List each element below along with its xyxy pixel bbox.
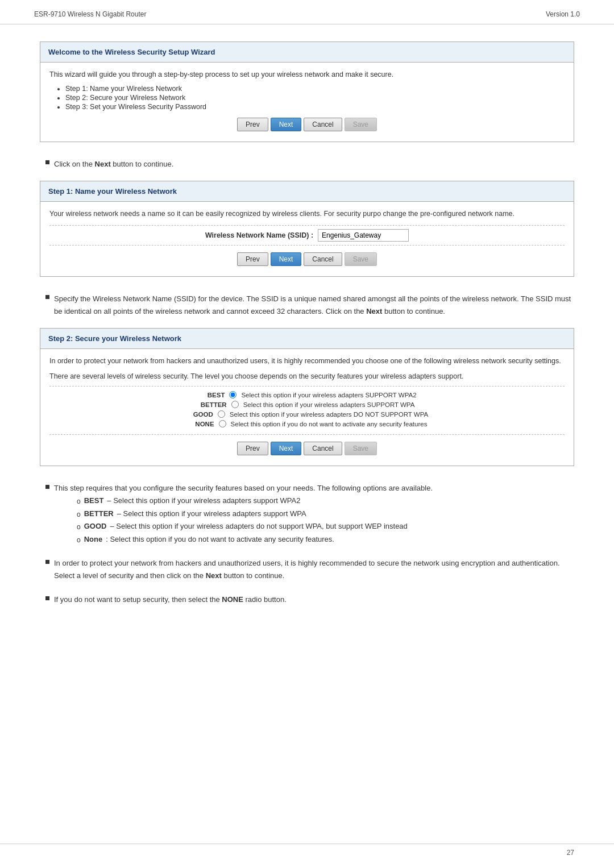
none-desc: Select this option if you do not want to… bbox=[231, 421, 428, 427]
wizard3-body: In order to protect your network from ha… bbox=[40, 349, 574, 466]
bullet2-section: Specify the Wireless Network Name (SSID)… bbox=[40, 287, 574, 328]
sub-bullet-better: BETTER – Select this option if your wire… bbox=[77, 508, 433, 520]
wizard1-next-button[interactable]: Next bbox=[271, 118, 302, 131]
wizard-box-1: Welcome to the Wireless Security Setup W… bbox=[40, 41, 574, 142]
ssid-input[interactable] bbox=[318, 229, 409, 242]
wizard2-next-button[interactable]: Next bbox=[271, 252, 302, 266]
wizard3-next-button[interactable]: Next bbox=[271, 442, 302, 455]
bullet2-icon bbox=[45, 295, 49, 299]
wizard-box-3: Step 2: Secure your Wireless Network In … bbox=[40, 328, 574, 467]
sub-bullet-none-bold: None bbox=[84, 533, 103, 546]
bullet3-icon bbox=[45, 485, 49, 489]
better-radio[interactable] bbox=[231, 401, 239, 408]
wizard1-save-button: Save bbox=[345, 118, 377, 131]
wizard1-body: This wizard will guide you through a ste… bbox=[40, 63, 574, 142]
bullet3-intro: This step requires that you configure th… bbox=[54, 484, 433, 492]
sub-bullet-none-text: : Select this option if you do not want … bbox=[106, 533, 334, 546]
bullet5-icon bbox=[45, 596, 49, 600]
wizard1-intro: This wizard will guide you through a ste… bbox=[49, 69, 565, 80]
sub-bullet-good-text: – Select this option if your wireless ad… bbox=[110, 520, 407, 533]
wizard3-desc2: There are several levels of wireless sec… bbox=[49, 371, 565, 382]
best-radio[interactable] bbox=[229, 391, 237, 398]
security-option-best: BEST Select this option if your wireless… bbox=[49, 391, 565, 398]
bullet2-text: Specify the Wireless Network Name (SSID)… bbox=[54, 293, 574, 318]
bullet5-text: If you do not want to setup security, th… bbox=[54, 593, 287, 606]
good-label: GOOD bbox=[186, 411, 213, 418]
bullet4-text: In order to protect your network from ha… bbox=[54, 557, 574, 582]
bullet1-section: Click on the Next button to continue. bbox=[40, 152, 574, 181]
wizard1-prev-button[interactable]: Prev bbox=[237, 118, 268, 131]
wizard2-cancel-button[interactable]: Cancel bbox=[304, 252, 342, 266]
wizard3-button-row: Prev Next Cancel Save bbox=[49, 442, 565, 458]
bullet1-text: Click on the Next button to continue. bbox=[54, 158, 173, 171]
page-footer: 27 bbox=[0, 844, 614, 857]
sub-bullet-best-text: – Select this option if your wireless ad… bbox=[107, 495, 300, 507]
wizard2-prev-button[interactable]: Prev bbox=[237, 252, 268, 266]
wizard-box-2: Step 1: Name your Wireless Network Your … bbox=[40, 181, 574, 277]
wizard2-save-button: Save bbox=[345, 252, 377, 266]
wizard1-step2: Step 2: Secure your Wireless Network bbox=[65, 94, 565, 102]
better-desc: Select this option if your wireless adap… bbox=[243, 401, 415, 408]
sub-bullet-none: None: Select this option if you do not w… bbox=[77, 533, 433, 546]
bullet3-item: This step requires that you configure th… bbox=[45, 482, 574, 546]
best-desc: Select this option if your wireless adap… bbox=[241, 392, 416, 398]
bullet5-item: If you do not want to setup security, th… bbox=[45, 593, 574, 606]
sub-bullet-best: BEST – Select this option if your wirele… bbox=[77, 495, 433, 507]
sub-bullet-good: GOOD – Select this option if your wirele… bbox=[77, 520, 433, 533]
security-option-none: NONE Select this option if you do not wa… bbox=[49, 420, 565, 427]
header-left: ESR-9710 Wireless N Gigabit Router bbox=[34, 10, 146, 18]
bullet4-icon bbox=[45, 560, 49, 564]
bullet3-sub-list: BEST – Select this option if your wirele… bbox=[77, 495, 433, 546]
sub-bullet-good-bold: GOOD bbox=[84, 520, 107, 533]
wizard2-form-row: Wireless Network Name (SSID) : bbox=[49, 225, 565, 246]
main-content: Welcome to the Wireless Security Setup W… bbox=[0, 24, 614, 650]
wizard3-save-button: Save bbox=[345, 442, 377, 455]
page-header: ESR-9710 Wireless N Gigabit Router Versi… bbox=[0, 0, 614, 24]
wizard3-desc1: In order to protect your network from ha… bbox=[49, 356, 565, 367]
bullet3-content: This step requires that you configure th… bbox=[54, 482, 433, 546]
best-label: BEST bbox=[197, 392, 225, 398]
wizard2-body: Your wireless network needs a name so it… bbox=[40, 202, 574, 276]
bullet4-section: In order to protect your network from ha… bbox=[40, 556, 574, 592]
wizard1-step1: Step 1: Name your Wireless Network bbox=[65, 85, 565, 93]
wizard1-button-row: Prev Next Cancel Save bbox=[49, 118, 565, 134]
none-label: NONE bbox=[187, 421, 214, 427]
sub-bullet-better-bold: BETTER bbox=[84, 508, 114, 520]
header-right: Version 1.0 bbox=[546, 10, 580, 18]
wizard3-cancel-button[interactable]: Cancel bbox=[304, 442, 342, 455]
wizard3-prev-button[interactable]: Prev bbox=[237, 442, 268, 455]
wizard1-title: Welcome to the Wireless Security Setup W… bbox=[40, 42, 574, 63]
bullet3-section: This step requires that you configure th… bbox=[40, 476, 574, 556]
good-desc: Select this option if your wireless adap… bbox=[230, 411, 428, 418]
none-radio[interactable] bbox=[219, 420, 226, 427]
wizard1-steps: Step 1: Name your Wireless Network Step … bbox=[65, 85, 565, 111]
wizard2-button-row: Prev Next Cancel Save bbox=[49, 252, 565, 268]
footer-right: 27 bbox=[567, 849, 574, 857]
ssid-label: Wireless Network Name (SSID) : bbox=[205, 231, 313, 239]
wizard2-desc: Your wireless network needs a name so it… bbox=[49, 209, 565, 219]
security-option-good: GOOD Select this option if your wireless… bbox=[49, 410, 565, 418]
wizard3-title: Step 2: Secure your Wireless Network bbox=[40, 329, 574, 349]
wizard1-step3: Step 3: Set your Wireless Security Passw… bbox=[65, 103, 565, 111]
security-options: BEST Select this option if your wireless… bbox=[49, 386, 565, 435]
sub-bullet-best-bold: BEST bbox=[84, 495, 104, 507]
bullet2-item: Specify the Wireless Network Name (SSID)… bbox=[45, 293, 574, 318]
bullet4-item: In order to protect your network from ha… bbox=[45, 557, 574, 582]
good-radio[interactable] bbox=[218, 410, 225, 418]
wizard1-cancel-button[interactable]: Cancel bbox=[304, 118, 342, 131]
security-option-better: BETTER Select this option if your wirele… bbox=[49, 401, 565, 408]
bullet1-item: Click on the Next button to continue. bbox=[45, 158, 574, 171]
better-label: BETTER bbox=[200, 401, 227, 408]
bullet1-icon bbox=[45, 160, 49, 164]
sub-bullet-better-text: – Select this option if your wireless ad… bbox=[117, 508, 306, 520]
wizard2-title: Step 1: Name your Wireless Network bbox=[40, 181, 574, 202]
bullet5-section: If you do not want to setup security, th… bbox=[40, 592, 574, 616]
